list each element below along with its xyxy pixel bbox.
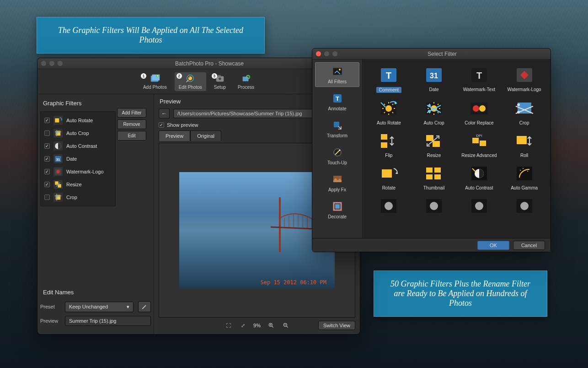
zoom-out-icon[interactable] [282, 321, 290, 330]
filter-row[interactable]: 31Date [42, 152, 114, 165]
zoom-in-icon[interactable] [267, 321, 275, 330]
close-icon[interactable] [316, 51, 321, 56]
grid-filter-color-replace[interactable]: Color Replace [458, 97, 501, 127]
grid-filter-more[interactable] [502, 195, 546, 217]
add-photos-button[interactable]: 1 Add Photos [139, 72, 171, 91]
grid-filter-label: Comment [376, 87, 401, 93]
filter-row-icon: 31 [53, 154, 63, 163]
tab-preview[interactable]: Preview [159, 130, 190, 141]
grid-filter-auto-contrast[interactable]: Auto Contrast [458, 162, 501, 192]
grid-filter-auto-rotate[interactable]: Auto Rotate [367, 97, 411, 127]
filter-row[interactable]: Auto Contrast [42, 140, 114, 152]
grid-filter-auto-crop[interactable]: Auto Crop [412, 97, 456, 127]
svg-point-50 [517, 111, 520, 114]
close-icon[interactable] [41, 61, 46, 66]
grid-filter-auto-gamma[interactable]: Auto Gamma [502, 162, 546, 192]
filter-checkbox[interactable] [44, 169, 50, 174]
category-label: Decorate [328, 214, 347, 219]
edit-photos-button[interactable]: 2 Edit Photos [175, 72, 206, 91]
grid-filter-resize-advanced[interactable]: DPIResize Advanced [458, 130, 501, 160]
grid-filter-rotate[interactable]: Rotate [367, 162, 411, 192]
filter-checkbox[interactable] [44, 182, 50, 187]
grid-filter-icon [423, 132, 445, 150]
grid-filter-more[interactable] [367, 195, 411, 217]
grid-filter-label: Roll [520, 153, 528, 158]
svg-point-17 [56, 170, 60, 173]
process-button[interactable]: Process [234, 72, 258, 91]
filter-row[interactable]: Crop [42, 191, 114, 204]
minimize-icon[interactable] [324, 51, 329, 56]
maximize-icon[interactable] [332, 51, 337, 56]
dialog-titlebar[interactable]: Select Filter [312, 49, 551, 60]
remove-button[interactable]: Remove [117, 119, 146, 129]
category-touch-up[interactable]: Touch-Up [315, 143, 359, 168]
grid-filter-date[interactable]: 31Date [412, 64, 456, 95]
filter-row-icon [53, 167, 63, 176]
grid-filter-label: Thumbnail [423, 185, 445, 190]
svg-point-45 [428, 104, 431, 107]
grid-filter-icon [423, 164, 445, 183]
tab-original[interactable]: Original [190, 130, 221, 141]
grid-filter-watermark-text[interactable]: TWatermark-Text [458, 64, 501, 95]
grid-filter-thumbnail[interactable]: Thumbnail [412, 162, 456, 192]
filter-checkbox[interactable] [44, 156, 50, 162]
grid-filter-label: Auto Crop [424, 120, 444, 125]
setup-button[interactable]: 3 Setup [210, 72, 230, 91]
filter-checkbox[interactable] [44, 130, 50, 136]
svg-point-5 [189, 77, 190, 78]
filter-row-icon [53, 180, 63, 189]
grid-filter-icon: T [378, 66, 400, 84]
category-annotate[interactable]: TAnnotate [315, 89, 359, 114]
grid-filter-comment[interactable]: TComment [367, 64, 411, 95]
show-preview-checkbox[interactable] [159, 122, 164, 128]
grid-filter-crop[interactable]: Crop [502, 97, 546, 127]
filter-row-label: Auto Contrast [66, 143, 97, 149]
filter-row[interactable]: Auto Crop [42, 127, 114, 140]
svg-rect-62 [434, 168, 441, 173]
svg-rect-11 [55, 119, 59, 123]
add-filter-button[interactable]: Add Filter [117, 108, 146, 118]
edit-button[interactable]: Edit [117, 131, 146, 141]
grid-filter-flip[interactable]: Flip [367, 130, 411, 160]
switch-view-button[interactable]: Switch View [318, 321, 355, 330]
filter-checkbox[interactable] [44, 195, 50, 200]
filter-row[interactable]: Resize [42, 178, 114, 191]
grid-filter-label: Watermark-Text [463, 87, 495, 92]
filter-row[interactable]: Watermark-Logo [42, 165, 114, 178]
svg-rect-55 [433, 141, 440, 147]
category-apply-fx[interactable]: Apply Fx [315, 170, 359, 195]
fit-window-icon[interactable]: ⛶ [224, 321, 232, 330]
grid-filter-more[interactable] [412, 195, 456, 217]
filter-checkbox[interactable] [44, 118, 50, 123]
preset-select[interactable]: Keep Unchanged ▾ [65, 302, 134, 312]
grid-filter-label: Color Replace [465, 120, 493, 125]
grid-filter-icon: DPI [468, 132, 490, 150]
maximize-icon[interactable] [58, 61, 63, 66]
category-all-filters[interactable]: All Filters [315, 62, 359, 87]
svg-point-4 [188, 76, 192, 80]
grid-filter-more[interactable] [458, 195, 501, 217]
svg-text:31: 31 [56, 157, 60, 162]
filter-checkbox[interactable] [44, 143, 50, 149]
main-titlebar[interactable]: BatchPhoto Pro - Showcase [37, 58, 360, 69]
grid-filter-watermark-logo[interactable]: Watermark-Logo [502, 64, 546, 95]
svg-point-70 [527, 171, 528, 172]
category-decorate[interactable]: Decorate [315, 197, 359, 222]
svg-rect-60 [382, 169, 392, 178]
step-badge-2: 2 [176, 73, 182, 79]
edit-name-button[interactable] [138, 301, 151, 312]
back-button[interactable]: ← [159, 108, 170, 119]
filter-row[interactable]: Auto Rotate [42, 114, 114, 127]
grid-filter-resize[interactable]: Resize [412, 130, 456, 160]
minimize-icon[interactable] [49, 61, 54, 66]
cancel-button[interactable]: Cancel [513, 241, 545, 250]
grid-filter-roll[interactable]: Roll [502, 130, 546, 160]
category-transform[interactable]: Transform [315, 116, 359, 141]
show-preview-label: Show preview [167, 122, 198, 128]
svg-rect-59 [517, 136, 527, 144]
name-preview-label: Preview [40, 318, 60, 324]
grid-filter-label: Resize Advanced [461, 153, 497, 158]
ok-button[interactable]: OK [477, 241, 509, 250]
svg-rect-8 [217, 75, 220, 76]
actual-size-icon[interactable]: ⤢ [239, 321, 247, 330]
